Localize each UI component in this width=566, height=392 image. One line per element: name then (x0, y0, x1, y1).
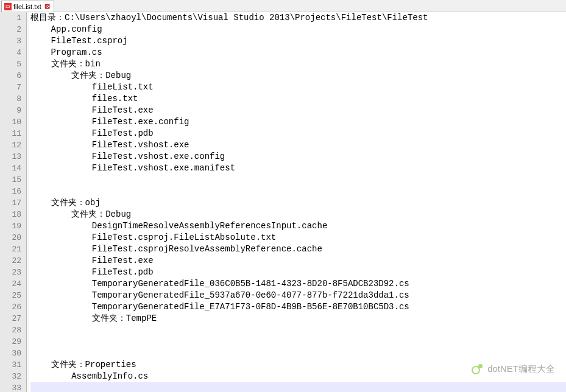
line-number: 19 (0, 220, 26, 232)
code-line[interactable]: Program.cs (30, 47, 566, 58)
code-line[interactable]: DesignTimeResolveAssemblyReferencesInput… (30, 220, 566, 232)
line-number: 10 (0, 116, 26, 128)
code-line[interactable]: FileTest.csproj.FileListAbsolute.txt (30, 232, 566, 243)
line-number: 13 (0, 151, 26, 163)
code-line[interactable]: FileTest.pdb (30, 267, 566, 278)
line-number: 26 (0, 301, 26, 313)
tab-filename: fileList.txt (13, 3, 41, 10)
line-number: 23 (0, 267, 26, 278)
line-number: 21 (0, 243, 26, 255)
line-number: 11 (0, 128, 26, 139)
line-number: 22 (0, 255, 26, 267)
line-number: 32 (0, 371, 26, 382)
code-content[interactable]: 根目录：C:\Users\zhaoyl\Documents\Visual Stu… (29, 12, 566, 392)
code-line[interactable]: App.config (30, 24, 566, 35)
code-line[interactable]: 根目录：C:\Users\zhaoyl\Documents\Visual Stu… (30, 12, 566, 24)
code-line[interactable]: TemporaryGeneratedFile_036C0B5B-1481-432… (30, 278, 566, 290)
code-line[interactable]: 文件夹：Properties (30, 359, 566, 371)
line-number: 14 (0, 163, 26, 174)
line-number: 5 (0, 58, 26, 70)
tab-bar: ▭ fileList.txt ⊠ (0, 0, 566, 12)
line-number: 18 (0, 209, 26, 220)
line-number-gutter: 1234567891011121314151617181920212223242… (0, 12, 27, 392)
code-line[interactable] (30, 348, 566, 359)
line-number: 7 (0, 82, 26, 93)
line-number: 28 (0, 324, 26, 336)
code-line[interactable]: FileTest.exe (30, 255, 566, 267)
line-number: 31 (0, 359, 26, 371)
line-number: 3 (0, 35, 26, 47)
close-icon[interactable]: ⊠ (43, 2, 51, 11)
line-number: 24 (0, 278, 26, 290)
code-line[interactable]: 文件夹：obj (30, 197, 566, 209)
tab-filelist[interactable]: ▭ fileList.txt ⊠ (1, 1, 54, 12)
code-line[interactable]: FileTest.vshost.exe.config (30, 151, 566, 163)
line-number: 12 (0, 139, 26, 151)
line-number: 27 (0, 313, 26, 324)
code-line[interactable]: FileTest.pdb (30, 128, 566, 139)
code-line[interactable]: FileTest.exe (30, 105, 566, 116)
line-number: 17 (0, 197, 26, 209)
line-number: 30 (0, 348, 26, 359)
code-area[interactable]: 根目录：C:\Users\zhaoyl\Documents\Visual Stu… (27, 12, 566, 392)
code-line[interactable] (30, 336, 566, 348)
code-line[interactable]: 文件夹：Debug (30, 70, 566, 82)
code-line[interactable]: fileList.txt (30, 82, 566, 93)
code-line[interactable]: FileTest.vshost.exe (30, 139, 566, 151)
line-number: 8 (0, 93, 26, 105)
code-line[interactable]: 文件夹：bin (30, 58, 566, 70)
code-line[interactable]: TemporaryGeneratedFile_E7A71F73-0F8D-4B9… (30, 301, 566, 313)
code-line[interactable]: files.txt (30, 93, 566, 105)
line-number: 9 (0, 105, 26, 116)
code-line[interactable] (30, 186, 566, 197)
line-number: 1 (0, 12, 26, 24)
code-line[interactable]: AssemblyInfo.cs (30, 371, 566, 382)
code-line[interactable]: TemporaryGeneratedFile_5937a670-0e60-407… (30, 290, 566, 301)
code-line[interactable]: FileTest.csprojResolveAssemblyReference.… (30, 243, 566, 255)
line-number: 25 (0, 290, 26, 301)
line-number: 4 (0, 47, 26, 58)
line-number: 20 (0, 232, 26, 243)
code-line[interactable]: FileTest.exe.config (30, 116, 566, 128)
line-number: 2 (0, 24, 26, 35)
code-line[interactable] (30, 382, 566, 392)
editor: 1234567891011121314151617181920212223242… (0, 12, 566, 392)
line-number: 6 (0, 70, 26, 82)
file-icon: ▭ (4, 3, 12, 10)
code-line[interactable] (30, 324, 566, 336)
code-line[interactable]: 文件夹：TempPE (30, 313, 566, 324)
line-number: 16 (0, 186, 26, 197)
code-line[interactable]: FileTest.vshost.exe.manifest (30, 163, 566, 174)
code-line[interactable]: 文件夹：Debug (30, 209, 566, 220)
code-line[interactable] (30, 174, 566, 186)
line-number: 33 (0, 382, 26, 392)
line-number: 15 (0, 174, 26, 186)
line-number: 29 (0, 336, 26, 348)
code-line[interactable]: FileTest.csproj (30, 35, 566, 47)
